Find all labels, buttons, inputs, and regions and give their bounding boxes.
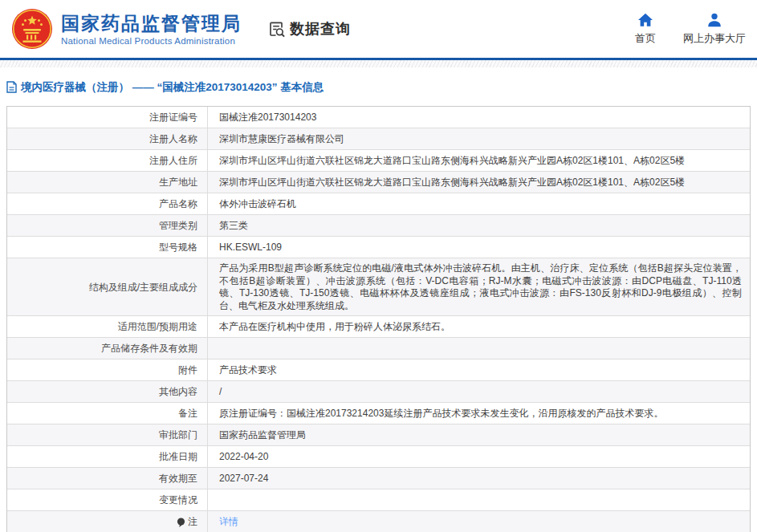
row-label-text: 型号规格: [159, 242, 197, 254]
row-label-text: 其他内容: [159, 386, 197, 398]
nav-home-label: 首页: [635, 31, 656, 46]
row-label: 变更情况: [7, 489, 208, 510]
row-label: 型号规格: [7, 237, 208, 258]
nav-online-hall-label: 网上办事大厅: [683, 31, 746, 46]
table-row: 产品储存条件及有效期: [7, 338, 750, 359]
nav-home[interactable]: 首页: [635, 13, 656, 46]
page-title: 境内医疗器械（注册） —— “国械注准20173014203” 基本信息: [21, 80, 324, 95]
table-row: 备注 原注册证编号：国械注准20173214203延续注册产品技术要求未发生变化…: [7, 403, 750, 424]
row-label: 注册证编号: [7, 107, 208, 128]
table-row: 注册人住所 深圳市坪山区坪山街道六联社区锦龙大道路口宝山路东侧海科兴战略新兴产业…: [7, 150, 750, 172]
header-nav: 首页 网上办事大厅: [635, 13, 746, 46]
row-value: 深圳市坪山区坪山街道六联社区锦龙大道路口宝山路东侧海科兴战略新兴产业园A栋02区…: [208, 172, 750, 193]
row-value: 本产品在医疗机构中使用，用于粉碎人体泌尿系结石。: [208, 316, 750, 337]
table-row: 管理类别 第三类: [7, 215, 750, 237]
row-label: 附件: [7, 359, 208, 380]
table-row: 适用范围/预期用途 本产品在医疗机构中使用，用于粉碎人体泌尿系结石。: [7, 316, 750, 338]
row-value: 国家药品监督管理局: [208, 424, 750, 445]
row-label-text: 注: [188, 516, 197, 528]
breadcrumb: 境内医疗器械（注册） —— “国械注准20173014203” 基本信息: [0, 67, 757, 95]
row-value: [208, 489, 750, 510]
striped-band: [0, 60, 757, 67]
row-label-text: 批准日期: [159, 451, 197, 463]
row-value: 国械注准20173014203: [208, 107, 750, 128]
table-row: 注册人名称 深圳市慧康医疗器械有限公司: [7, 128, 750, 150]
table-row: 变更情况: [7, 489, 750, 511]
row-label: 备注: [7, 403, 208, 424]
agency-title-block: 国家药品监督管理局 National Medical Products Admi…: [61, 12, 242, 46]
row-label: 注册人名称: [7, 128, 208, 149]
row-value: 第三类: [208, 215, 750, 236]
row-label-text: 变更情况: [159, 494, 197, 506]
row-label-text: 管理类别: [159, 220, 197, 232]
row-label: 审批部门: [7, 424, 208, 445]
row-label-text: 适用范围/预期用途: [118, 321, 197, 333]
home-icon: [637, 13, 653, 27]
row-label-text: 注册人住所: [149, 155, 197, 167]
row-label-text: 附件: [178, 364, 197, 376]
row-label-text: 产品储存条件及有效期: [101, 343, 197, 355]
table-row: 审批部门 国家药品监督管理局: [7, 424, 750, 446]
table-row: 批准日期 2022-04-20: [7, 446, 750, 468]
registration-info-table: 注册证编号 国械注准20173014203 注册人名称 深圳市慧康医疗器械有限公…: [6, 106, 751, 532]
row-label-text: 有效期至: [159, 473, 197, 485]
row-label: 产品名称: [7, 193, 208, 214]
table-row: 结构及组成/主要组成成分 产品为采用B型超声诊断系统定位的电磁/液电式体外冲击波…: [7, 258, 750, 316]
row-label: 生产地址: [7, 172, 208, 193]
row-value: /: [208, 381, 750, 402]
data-query-label: 数据查询: [290, 19, 351, 39]
data-query-icon: [267, 20, 286, 39]
agency-logo[interactable]: 国家药品监督管理局 National Medical Products Admi…: [11, 8, 242, 50]
document-icon: [6, 81, 17, 93]
national-emblem-icon: [11, 8, 53, 50]
row-value: 深圳市坪山区坪山街道六联社区锦龙大道路口宝山路东侧海科兴战略新兴产业园A栋02区…: [208, 150, 750, 171]
nav-online-hall[interactable]: 网上办事大厅: [683, 13, 746, 46]
row-label-text: 注册证编号: [149, 112, 197, 124]
row-label-text: 生产地址: [159, 177, 197, 189]
row-label: 产品储存条件及有效期: [7, 338, 208, 359]
row-label-text: 产品名称: [159, 198, 197, 210]
table-row: 注 详情: [7, 511, 750, 532]
agency-name-en: National Medical Products Administration: [61, 36, 242, 46]
table-row: 有效期至 2027-07-24: [7, 468, 750, 489]
row-label: 适用范围/预期用途: [7, 316, 208, 337]
row-value: 2022-04-20: [208, 446, 750, 467]
site-header: 国家药品监督管理局 National Medical Products Admi…: [0, 0, 757, 58]
detail-link[interactable]: 详情: [219, 516, 238, 528]
table-row: 其他内容 /: [7, 381, 750, 403]
agency-name-cn: 国家药品监督管理局: [61, 12, 242, 35]
row-value: 体外冲击波碎石机: [208, 193, 750, 214]
row-value: 深圳市慧康医疗器械有限公司: [208, 128, 750, 149]
row-value: 产品技术要求: [208, 359, 750, 380]
row-label: 批准日期: [7, 446, 208, 467]
row-value: 原注册证编号：国械注准20173214203延续注册产品技术要求未发生变化，沿用…: [208, 403, 750, 424]
data-query-tab[interactable]: 数据查询: [267, 19, 351, 39]
table-row: 型号规格 HK.ESWL-109: [7, 237, 750, 258]
row-label: 其他内容: [7, 381, 208, 402]
table-row: 注册证编号 国械注准20173014203: [7, 107, 750, 128]
row-label: 注册人住所: [7, 150, 208, 171]
row-value: 2027-07-24: [208, 468, 750, 489]
row-label: 结构及组成/主要组成成分: [7, 258, 208, 315]
row-label: 管理类别: [7, 215, 208, 236]
row-value: [208, 338, 750, 359]
row-label-text: 备注: [178, 408, 197, 420]
row-value: HK.ESWL-109: [208, 237, 750, 258]
row-label-text: 审批部门: [159, 429, 197, 441]
table-row: 产品名称 体外冲击波碎石机: [7, 193, 750, 215]
row-value: 详情: [208, 511, 750, 532]
row-value: 产品为采用B型超声诊断系统定位的电磁/液电式体外冲击波碎石机。由主机、治疗床、定…: [208, 258, 750, 315]
row-label-text: 结构及组成/主要组成成分: [89, 282, 197, 294]
row-label-text: 注册人名称: [149, 133, 197, 145]
user-icon: [706, 13, 722, 27]
note-icon: [177, 518, 185, 528]
row-label: 有效期至: [7, 468, 208, 489]
table-row: 生产地址 深圳市坪山区坪山街道六联社区锦龙大道路口宝山路东侧海科兴战略新兴产业园…: [7, 172, 750, 193]
table-row: 附件 产品技术要求: [7, 359, 750, 381]
row-label: 注: [7, 511, 208, 532]
